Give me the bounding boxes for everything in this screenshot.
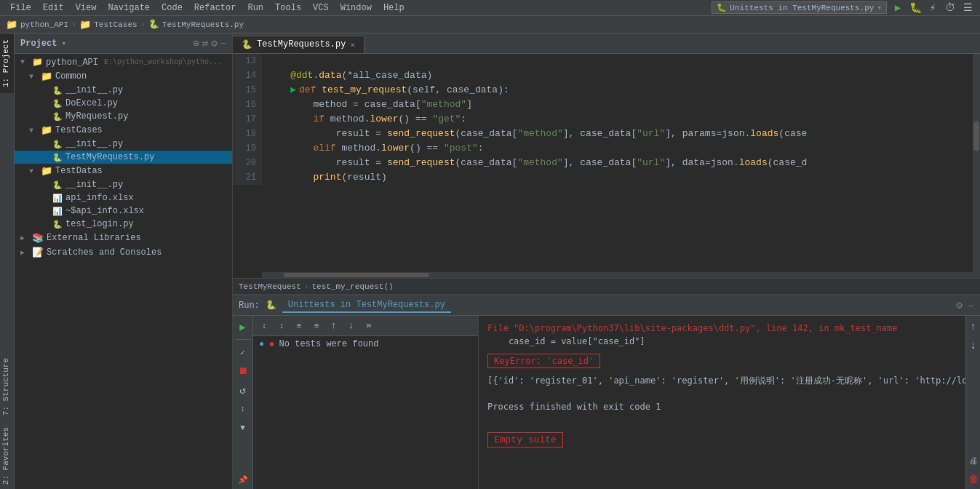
test-results-sidebar: ↕ ↕ ≡ ≡ ↑ ↓ » ● ● No tests were found <box>253 316 479 489</box>
tree-init-common[interactable]: ▶ 🐍 __init__.py <box>15 84 232 97</box>
test-item: ● ● No tests were found <box>253 336 478 352</box>
panel-sync-btn[interactable]: ⇄ <box>202 37 208 49</box>
favorites-tab[interactable]: 2: Favorites <box>0 421 14 489</box>
tree-testmyrequests[interactable]: ▶ 🐍 TestMyRequests.py <box>15 151 232 164</box>
top-breadcrumb: 📁 python_API › 📁 TestCases › 🐍 TestMyReq… <box>0 16 980 33</box>
breadcrumb-file[interactable]: TestMyRequests.py <box>162 20 244 29</box>
breadcrumb-project[interactable]: python_API <box>20 20 68 29</box>
menu-refactor[interactable]: Refactor <box>190 1 241 15</box>
menu-help[interactable]: Help <box>379 1 409 15</box>
console-error-box: KeyError: 'case_id' <box>487 354 600 368</box>
test-toolbar-sort2[interactable]: ↕ <box>274 318 290 334</box>
tree-ext-libs[interactable]: ▶ 📚 External Libraries <box>15 231 232 245</box>
console-line-7 <box>487 413 957 426</box>
menu-file[interactable]: File <box>6 1 36 15</box>
code-editor[interactable]: 13 14 @ddt.data(*all_case_data) 15 ▶def … <box>233 54 980 278</box>
debug-button[interactable]: 🐛 <box>909 1 922 15</box>
test-toolbar-up[interactable]: ↑ <box>326 318 342 334</box>
tree-testdatas[interactable]: ▼ 📁 TestDatas <box>15 164 232 178</box>
code-line-15: 15 ▶def test_my_request(self, case_data)… <box>233 83 980 98</box>
editor-vscroll-thumb <box>973 122 979 151</box>
project-tab[interactable]: 1: Project <box>0 33 14 93</box>
console-empty-suite: Empty suite <box>487 432 563 448</box>
tree-myrequest[interactable]: ▶ 🐍 MyRequest.py <box>15 110 232 123</box>
console-line-5 <box>487 387 957 400</box>
tree-init-datas[interactable]: ▶ 🐍 __init__.py <box>15 178 232 191</box>
tree-doexcel[interactable]: ▶ 🐍 DoExcel.py <box>15 97 232 110</box>
console-error-box-wrapper: KeyError: 'case_id' <box>487 351 957 371</box>
tree-testcases[interactable]: ▼ 📁 TestCases <box>15 123 232 138</box>
editor-tab-bar: 🐍 TestMyRequests.py ✕ <box>233 33 980 54</box>
gutter-print[interactable]: 🖨 <box>965 453 981 469</box>
code-line-16: 16 method = case_data["method"] <box>233 98 980 112</box>
test-toolbar-more[interactable]: » <box>361 318 377 334</box>
panel-add-btn[interactable]: ⊕ <box>193 37 199 49</box>
run-panel-header: Run: 🐍 Unittests in TestMyRequests.py ⚙ … <box>233 295 980 316</box>
settings-button[interactable]: ☰ <box>961 1 974 15</box>
run-check-btn[interactable]: ✓ <box>235 344 251 360</box>
menu-code[interactable]: Code <box>157 1 187 15</box>
tree-init-tests[interactable]: ▶ 🐍 __init__.py <box>15 138 232 151</box>
console-right-gutter: ↑ ↓ 🖨 🗑 <box>965 316 980 489</box>
test-toolbar-filter[interactable]: ≡ <box>291 318 307 334</box>
menu-edit[interactable]: Edit <box>39 1 68 15</box>
run-button[interactable]: ▶ <box>891 1 904 15</box>
gutter-down[interactable]: ↓ <box>965 338 981 354</box>
left-tool-strip: 1: Project 7: Structure 2: Favorites <box>0 33 15 489</box>
tree-api-info-tmp[interactable]: ▶ 📊 ~$api_info.xlsx <box>15 204 232 218</box>
tree-scratches[interactable]: ▶ 📝 Scratches and Consoles <box>15 245 232 260</box>
code-line-17: 17 if method.lower() == "get": <box>233 112 980 127</box>
console-line-6: Process finished with exit code 1 <box>487 400 957 413</box>
test-toolbar: ↕ ↕ ≡ ≡ ↑ ↓ » <box>253 316 478 336</box>
run-filter-btn[interactable]: ▼ <box>235 420 251 436</box>
run-config-selector[interactable]: 🐛 Unittests in TestMyRequests.py ▾ <box>712 1 887 14</box>
bottom-panel: Run: 🐍 Unittests in TestMyRequests.py ⚙ … <box>233 294 980 489</box>
profile-button[interactable]: ⏱ <box>944 1 957 15</box>
structure-tab[interactable]: 7: Structure <box>0 352 14 421</box>
project-panel: Project ▾ ⊕ ⇄ ⚙ – ▼ 📁 python_API E:\pyth… <box>15 33 233 489</box>
console-output: File "D:\program\Python37\lib\site-packa… <box>479 316 965 489</box>
menu-navigate[interactable]: Navigate <box>103 1 154 15</box>
tree-common[interactable]: ▼ 📁 Common <box>15 69 232 84</box>
run-play-btn[interactable]: ▶ <box>235 319 251 335</box>
gutter-up[interactable]: ↑ <box>965 319 981 335</box>
run-rerun-btn[interactable]: ↺ <box>235 382 251 398</box>
test-error-indicator: ● <box>268 338 274 350</box>
editor-hscroll-thumb <box>284 273 429 277</box>
test-toolbar-down[interactable]: ↓ <box>343 318 359 334</box>
code-lines: 13 14 @ddt.data(*all_case_data) 15 ▶def … <box>233 54 980 278</box>
tree-root[interactable]: ▼ 📁 python_API E:\python_workshop\pytho.… <box>15 55 232 69</box>
code-line-13: 13 <box>233 54 980 68</box>
coverage-button[interactable]: ⚡ <box>926 1 939 15</box>
breadcrumb-folder[interactable]: TestCases <box>94 20 137 29</box>
test-toolbar-sort[interactable]: ↕ <box>256 318 272 334</box>
test-toolbar-filter2[interactable]: ≡ <box>308 318 324 334</box>
tree-test-login[interactable]: ▶ 🐍 test_login.py <box>15 218 232 231</box>
menu-vcs[interactable]: VCS <box>308 1 333 15</box>
run-minimize-btn[interactable]: – <box>968 300 974 311</box>
run-config-label: Unittests in TestMyRequests.py <box>730 4 874 12</box>
editor-hscroll[interactable] <box>262 272 973 278</box>
code-line-14: 14 @ddt.data(*all_case_data) <box>233 68 980 83</box>
tree-api-info[interactable]: ▶ 📊 api_info.xlsx <box>15 191 232 204</box>
panel-title: Project <box>20 39 57 49</box>
panel-settings-btn[interactable]: ⚙ <box>211 37 217 49</box>
gutter-delete[interactable]: 🗑 <box>965 472 981 488</box>
code-line-20: 20 result = send_request(case_data["meth… <box>233 156 980 170</box>
tab-close-btn[interactable]: ✕ <box>350 40 355 49</box>
bottom-content: ▶ ✓ ⏹ ↺ ↕ ▼ 📌 ↕ ↕ ≡ <box>233 316 980 489</box>
console-empty-suite-wrapper: Empty suite <box>487 429 957 450</box>
panel-close-btn[interactable]: – <box>220 37 226 49</box>
run-sort-btn[interactable]: ↕ <box>235 401 251 417</box>
menu-run[interactable]: Run <box>243 1 268 15</box>
editor-vscroll[interactable] <box>973 54 980 278</box>
menu-window[interactable]: Window <box>336 1 376 15</box>
tab-testmyrequests[interactable]: 🐍 TestMyRequests.py ✕ <box>233 36 364 53</box>
menu-view[interactable]: View <box>71 1 101 15</box>
run-pin-btn[interactable]: 📌 <box>235 472 251 488</box>
run-tab-active[interactable]: Unittests in TestMyRequests.py <box>282 298 451 313</box>
console-line-4: [{'id': 'register_01', 'api_name': 'regi… <box>487 374 957 387</box>
run-settings-btn[interactable]: ⚙ <box>956 299 962 311</box>
run-stop-btn[interactable]: ⏹ <box>235 363 251 379</box>
menu-tools[interactable]: Tools <box>271 1 306 15</box>
